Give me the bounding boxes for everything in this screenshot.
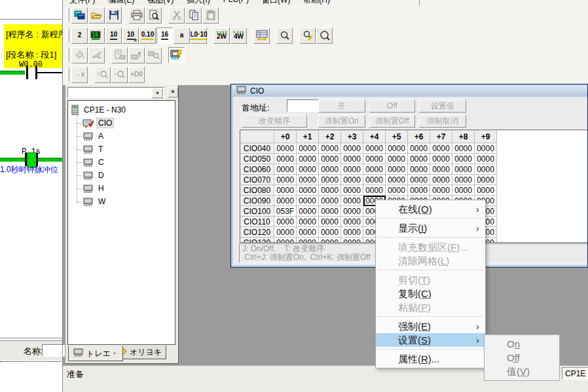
cell-CIO070-+8[interactable]: 0000 [452, 175, 475, 185]
grid-row-label-CIO080[interactable]: CIO080 [240, 185, 274, 196]
cell-CIO040-+7[interactable]: 0000 [430, 143, 452, 154]
cell-CIO050-+2[interactable]: 0000 [319, 154, 341, 164]
cell-CIO060-+6[interactable]: 0000 [408, 164, 430, 175]
cell-CIO040-+0[interactable]: 0000 [274, 143, 297, 154]
cell-CIO080-+2[interactable]: 0000 [319, 185, 341, 196]
toolbar-grip[interactable] [66, 48, 69, 62]
context-menu-item-set[interactable]: 设置(S̲)› [376, 333, 485, 347]
toolbar-grip[interactable] [66, 67, 69, 82]
cell-CIO050-+9[interactable]: 0000 [475, 154, 497, 164]
cell-CIO040-+8[interactable]: 0000 [452, 143, 475, 154]
cell-CIO050-+8[interactable]: 0000 [452, 154, 475, 164]
binary-monitor-button[interactable]: 10 [88, 27, 105, 44]
cell-CIO080-+6[interactable]: 0000 [408, 185, 430, 196]
grid-col-header-+2[interactable]: +2 [319, 130, 341, 143]
zoom-large-button[interactable] [316, 27, 333, 44]
cell-CIO100-+0[interactable]: 053F [274, 206, 297, 217]
cell-CIO060-+2[interactable]: 0000 [319, 164, 341, 175]
cell-CIO050-+4[interactable]: 0000 [363, 154, 386, 164]
cell-CIO110-+3[interactable]: 0000 [341, 217, 363, 227]
signed-decimal-button[interactable]: 10± [122, 27, 139, 44]
cell-CIO080-+0[interactable]: 0000 [274, 185, 297, 196]
grid-col-header-+9[interactable]: +9 [475, 130, 497, 143]
cell-CIO060-+5[interactable]: 0000 [386, 164, 408, 175]
toolbar-grip[interactable] [66, 28, 69, 43]
toolbar-grip[interactable] [66, 8, 69, 22]
grid-resize-button[interactable] [253, 27, 270, 44]
tree-item-a[interactable]: A [83, 130, 105, 142]
cell-CIO070-+2[interactable]: 0000 [319, 175, 341, 185]
grid-col-header-+1[interactable]: +1 [297, 130, 319, 143]
save-button[interactable] [105, 7, 122, 24]
copy-button[interactable] [185, 7, 202, 24]
cell-CIO050-+6[interactable]: 0000 [408, 154, 430, 164]
context-menu-item-properties[interactable]: 属性(R̲)... [376, 352, 485, 366]
cell-CIO090-+1[interactable]: 0000 [297, 196, 319, 206]
cell-CIO050-+1[interactable]: 0000 [297, 154, 319, 164]
cell-CIO060-+9[interactable]: 0000 [475, 164, 497, 175]
cell-CIO070-+6[interactable]: 0000 [408, 175, 430, 185]
floating-point-button[interactable]: 0.10 [139, 27, 156, 44]
decimal-button[interactable]: 10 [105, 27, 122, 44]
four-word-button[interactable]: 4W [230, 27, 247, 44]
tab-memory-tree[interactable]: トレエ・ [68, 346, 123, 361]
cell-CIO040-+6[interactable]: 0000 [408, 143, 430, 154]
cell-CIO110-+1[interactable]: 0000 [297, 217, 319, 227]
cell-CIO070-+3[interactable]: 0000 [341, 175, 363, 185]
tree-item-d[interactable]: D [83, 169, 105, 181]
tree-item-h[interactable]: H [83, 183, 105, 194]
grid-row-label-CIO060[interactable]: CIO060 [240, 164, 274, 175]
context-menu-item-force[interactable]: 强制(E̲)› [376, 319, 485, 333]
double-word-button[interactable]: L0·10 [191, 27, 207, 44]
name-input[interactable] [42, 344, 65, 357]
cell-CIO120-+2[interactable]: 0000 [319, 227, 341, 238]
grid-row-label-CIO100[interactable]: CIO100 [240, 206, 274, 217]
cell-CIO050-+5[interactable]: 0000 [386, 154, 408, 164]
new-project-button[interactable] [71, 7, 88, 24]
close-icon[interactable]: × [168, 87, 178, 98]
cell-CIO100-+3[interactable]: 0000 [341, 206, 363, 217]
cell-CIO060-+8[interactable]: 0000 [452, 164, 475, 175]
cell-CIO060-+1[interactable]: 0000 [297, 164, 319, 175]
open-button[interactable] [88, 7, 105, 24]
print-button[interactable] [128, 7, 145, 24]
cell-CIO090-+2[interactable]: 0000 [319, 196, 341, 206]
tree-item-w[interactable]: W [83, 196, 107, 207]
grid-row-label-CIO050[interactable]: CIO050 [240, 154, 274, 164]
cell-CIO120-+0[interactable]: 0000 [274, 227, 297, 238]
cell-CIO040-+5[interactable]: 0000 [386, 143, 408, 154]
context-menu-item-display[interactable]: 显示(I̲)› [376, 221, 485, 235]
grid-col-header-+5[interactable]: +5 [386, 130, 408, 143]
text-display-button[interactable]: a [174, 27, 190, 44]
cell-CIO050-+0[interactable]: 0000 [274, 154, 297, 164]
context-menu-item-copy[interactable]: 复制(C̲) [376, 287, 485, 300]
cell-CIO050-+3[interactable]: 0000 [341, 154, 363, 164]
grid-row-label-CIO120[interactable]: CIO120 [240, 227, 274, 238]
memory-window-titlebar[interactable]: CIO [232, 86, 587, 96]
binary-button[interactable]: 2 [71, 27, 88, 44]
tree-item-cp1e-n30[interactable]: CP1E - N30 [71, 104, 127, 116]
cell-CIO070-+9[interactable]: 0000 [475, 175, 497, 185]
cell-CIO120-+1[interactable]: 0000 [297, 227, 319, 238]
cell-CIO070-+1[interactable]: 0000 [297, 175, 319, 185]
cell-CIO080-+3[interactable]: 0000 [341, 185, 363, 196]
monitor-button[interactable] [168, 47, 185, 63]
cell-CIO120-+3[interactable]: 0000 [341, 227, 363, 238]
cell-CIO040-+9[interactable]: 0000 [475, 143, 497, 154]
cell-CIO070-+0[interactable]: 0000 [274, 175, 297, 185]
cell-CIO070-+4[interactable]: 0000 [363, 175, 386, 185]
tree-item-c[interactable]: C [83, 156, 105, 168]
cell-CIO130-+1[interactable]: 0000 [297, 238, 319, 243]
tree-item-cio[interactable]: CIO [83, 117, 113, 129]
cell-CIO070-+7[interactable]: 0000 [430, 175, 452, 185]
cell-CIO100-+1[interactable]: 0000 [297, 206, 319, 217]
chevron-down-icon[interactable]: ▼ [152, 88, 163, 98]
tree-filter-combobox[interactable]: ▼ [67, 87, 164, 98]
cell-CIO060-+3[interactable]: 0000 [341, 164, 363, 175]
contact-w000[interactable] [26, 65, 28, 79]
cell-CIO060-+7[interactable]: 0000 [430, 164, 452, 175]
tree-item-t[interactable]: T [83, 143, 104, 155]
grid-row-label-CIO040[interactable]: CIO040 [240, 143, 274, 154]
cell-CIO040-+4[interactable]: 0000 [363, 143, 386, 154]
grid-col-header-+0[interactable]: +0 [274, 130, 297, 143]
